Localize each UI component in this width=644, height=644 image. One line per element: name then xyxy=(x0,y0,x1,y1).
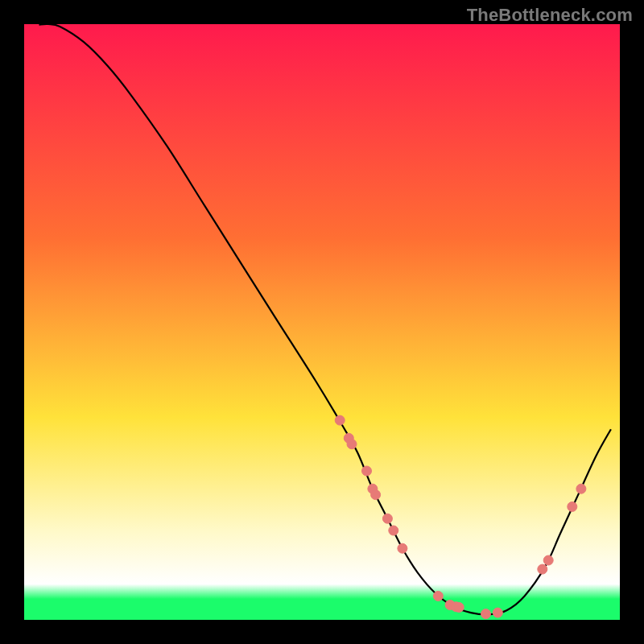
marker-dot xyxy=(382,514,392,523)
marker-dot xyxy=(347,440,357,449)
watermark-text: TheBottleneck.com xyxy=(467,5,633,26)
marker-dot xyxy=(433,591,443,601)
marker-dot xyxy=(576,484,586,493)
marker-dot xyxy=(362,466,372,476)
marker-dot xyxy=(538,564,547,574)
marker-dot xyxy=(493,608,502,617)
chart-svg xyxy=(0,0,644,644)
marker-dot xyxy=(398,543,407,553)
marker-dot xyxy=(454,602,464,612)
gradient-background xyxy=(24,24,620,620)
marker-dot xyxy=(543,555,553,565)
marker-dot xyxy=(335,415,345,425)
marker-dot xyxy=(481,609,491,619)
marker-dot xyxy=(371,490,381,500)
marker-dot xyxy=(389,526,398,535)
chart-stage: TheBottleneck.com xyxy=(0,0,644,644)
marker-dot xyxy=(568,502,577,511)
